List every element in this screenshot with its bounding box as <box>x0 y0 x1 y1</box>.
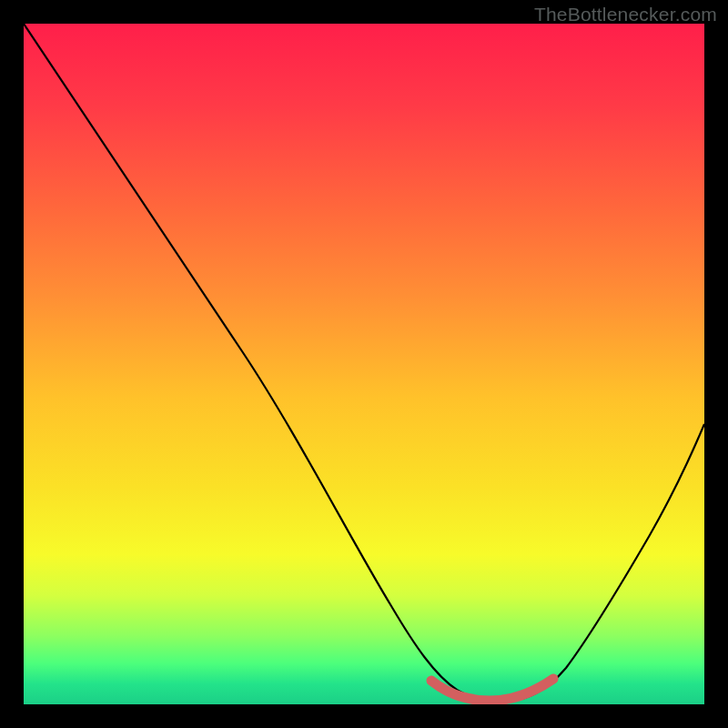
curve-layer <box>24 24 704 704</box>
bottleneck-curve <box>24 24 704 702</box>
chart-frame: TheBottlenecker.com <box>0 0 728 728</box>
plot-area <box>24 24 704 704</box>
optimal-region-marker <box>431 679 553 701</box>
watermark-text: TheBottlenecker.com <box>534 4 717 25</box>
